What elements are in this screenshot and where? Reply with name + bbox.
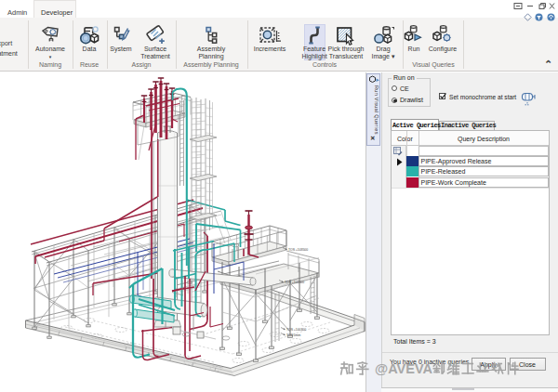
svg-text:TOS +103500: TOS +103500 (288, 248, 308, 252)
svg-text:@AVEVA: @AVEVA (375, 361, 432, 376)
svg-text:TOS +100300: TOS +100300 (286, 328, 306, 332)
svg-text:TOS 0mm: TOS 0mm (286, 333, 301, 337)
svg-text:TOS +101500: TOS +101500 (285, 281, 304, 284)
